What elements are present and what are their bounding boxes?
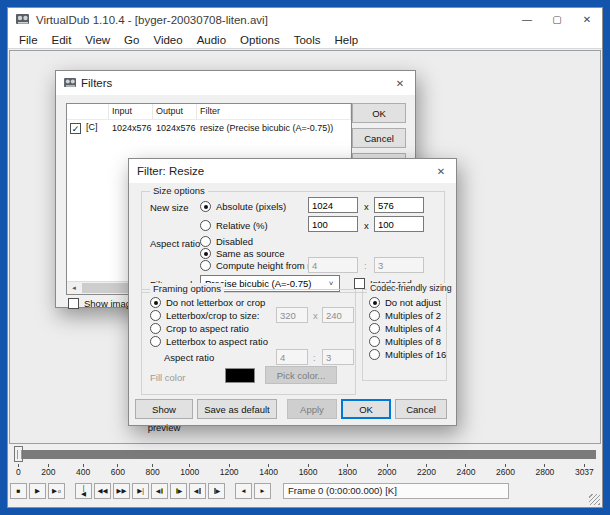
framing-none-option: Do not letterbox or crop xyxy=(150,297,265,308)
resize-close-icon[interactable]: ✕ xyxy=(426,159,456,183)
go-end-button[interactable]: ▶| xyxy=(132,483,149,499)
mark-in-button[interactable]: ◄ xyxy=(235,483,252,499)
timeline-ruler: 0 200 400 600 800 1000 1200 1400 1600 18… xyxy=(16,464,594,479)
close-icon[interactable]: ✕ xyxy=(572,8,602,31)
aspect-disabled-radio[interactable] xyxy=(200,236,211,247)
filters-dialog-title: Filters xyxy=(81,77,112,89)
play-output-sub: o xyxy=(58,489,61,494)
codec-mult16-option: Multiples of 16 xyxy=(369,349,446,360)
codec-mult4-option: Multiples of 4 xyxy=(369,323,441,334)
frame-forward-button[interactable]: ▶▶ xyxy=(113,483,130,499)
aspect-disabled-label: Disabled xyxy=(216,236,253,247)
ruler-tick: 1200 xyxy=(220,464,239,479)
slider-thumb[interactable] xyxy=(14,446,23,462)
resize-ok-button[interactable]: OK xyxy=(341,399,391,419)
framing-aspect-label: Aspect ratio xyxy=(164,352,214,363)
minimize-icon[interactable]: — xyxy=(512,8,542,31)
codec-no-adjust-option: Do not adjust xyxy=(369,297,441,308)
title-bar: VirtualDub 1.10.4 - [byger-20030708-lite… xyxy=(8,8,602,31)
codec-mult2-radio[interactable] xyxy=(369,310,380,321)
menu-view[interactable]: View xyxy=(78,34,117,46)
resize-grip[interactable] xyxy=(589,494,600,505)
resize-cancel-button[interactable]: Cancel xyxy=(395,399,447,419)
filter-input-size: 1024x576 xyxy=(109,123,153,133)
aspect-same-radio[interactable] xyxy=(200,248,211,259)
aspect-compute-radio[interactable] xyxy=(200,260,211,271)
prev-keyframe-button[interactable]: ◀ xyxy=(151,483,168,499)
interlaced-checkbox[interactable] xyxy=(354,278,365,289)
framing-none-radio[interactable] xyxy=(150,297,161,308)
filter-enabled-checkbox[interactable]: ✓ xyxy=(70,123,81,134)
percent-x-separator: x xyxy=(364,220,369,231)
menu-tools[interactable]: Tools xyxy=(287,34,328,46)
play-output-button[interactable]: ▶o xyxy=(48,483,65,499)
width-pixels-input[interactable] xyxy=(308,197,358,213)
framing-letterbox-aspect-radio[interactable] xyxy=(150,336,161,347)
next-keyframe-arrow-icon: ▶ xyxy=(178,488,183,494)
filter-row[interactable]: ✓[C] 1024x576 1024x576 resize (Precise b… xyxy=(67,120,351,136)
maximize-icon[interactable]: ▢ xyxy=(542,8,572,31)
height-percent-input[interactable] xyxy=(374,216,424,232)
aspect-disabled-option: Disabled xyxy=(200,236,253,247)
new-size-label: New size xyxy=(150,202,189,213)
column-input[interactable]: Input xyxy=(109,104,153,119)
menu-go[interactable]: Go xyxy=(117,34,146,46)
show-preview-button[interactable]: Show preview xyxy=(135,399,193,419)
codec-mult8-option: Multiples of 8 xyxy=(369,336,441,347)
framing-letterbox-size-label: Letterbox/crop to size: xyxy=(166,310,259,321)
menu-edit[interactable]: Edit xyxy=(45,34,79,46)
frame-back-button[interactable]: ◀◀ xyxy=(94,483,111,499)
next-scene-button[interactable]: ▶ xyxy=(208,483,225,499)
ruler-tick: 2400 xyxy=(457,464,476,479)
ruler-tick: 1000 xyxy=(180,464,199,479)
framing-letterbox-size-radio[interactable] xyxy=(150,310,161,321)
codec-no-adjust-radio[interactable] xyxy=(369,297,380,308)
play-input-button[interactable]: ▶ xyxy=(29,483,46,499)
codec-mult8-radio[interactable] xyxy=(369,336,380,347)
framing-crop-aspect-radio[interactable] xyxy=(150,323,161,334)
codec-no-adjust-label: Do not adjust xyxy=(385,297,441,308)
scroll-left-icon[interactable]: ◄ xyxy=(67,282,81,294)
menu-bar: File Edit View Go Video Audio Options To… xyxy=(8,31,602,49)
column-filter[interactable]: Filter xyxy=(197,104,351,119)
save-as-default-button[interactable]: Save as default xyxy=(197,399,277,419)
codec-mult2-label: Multiples of 2 xyxy=(385,310,441,321)
ruler-tick: 1600 xyxy=(299,464,318,479)
ruler-tick: 2000 xyxy=(378,464,397,479)
menu-video[interactable]: Video xyxy=(146,34,189,46)
menu-file[interactable]: File xyxy=(12,34,45,46)
filters-cancel-button[interactable]: Cancel xyxy=(352,128,406,148)
show-image-formats-checkbox[interactable] xyxy=(68,298,79,309)
relative-percent-radio[interactable] xyxy=(200,220,211,231)
menu-audio[interactable]: Audio xyxy=(190,34,233,46)
filters-ok-button[interactable]: OK xyxy=(352,103,406,123)
prev-scene-button[interactable]: ◀ xyxy=(189,483,206,499)
filters-close-icon[interactable]: ✕ xyxy=(385,71,415,95)
letterbox-height-input xyxy=(322,307,354,323)
stop-button[interactable]: ■ xyxy=(10,483,27,499)
column-output[interactable]: Output xyxy=(153,104,197,119)
aspect-same-option: Same as source xyxy=(200,248,285,259)
codec-mult16-radio[interactable] xyxy=(369,349,380,360)
width-percent-input[interactable] xyxy=(308,216,358,232)
resize-filter-dialog: Filter: Resize ✕ Size options New size A… xyxy=(128,158,457,426)
menu-help[interactable]: Help xyxy=(328,34,366,46)
relative-percent-option: Relative (%) xyxy=(200,220,268,231)
mark-out-button[interactable]: ► xyxy=(254,483,271,499)
size-options-legend: Size options xyxy=(150,185,208,196)
menu-options[interactable]: Options xyxy=(233,34,287,46)
height-pixels-input[interactable] xyxy=(374,197,424,213)
go-start-button[interactable]: |◀ xyxy=(75,483,92,499)
size-x-separator: x xyxy=(364,201,369,212)
framing-crop-aspect-option: Crop to aspect ratio xyxy=(150,323,249,334)
framing-letterbox-aspect-label: Letterbox to aspect ratio xyxy=(166,336,268,347)
ruler-tick: 200 xyxy=(41,464,55,479)
ruler-tick: 2800 xyxy=(535,464,554,479)
slider-track[interactable] xyxy=(23,450,596,459)
codec-sizing-legend: Codec-friendly sizing xyxy=(367,283,455,293)
absolute-pixels-radio[interactable] xyxy=(200,201,211,212)
keyframe-icon xyxy=(161,488,163,494)
codec-mult4-radio[interactable] xyxy=(369,323,380,334)
absolute-pixels-option: Absolute (pixels) xyxy=(200,201,286,212)
next-keyframe-button[interactable]: ▶ xyxy=(170,483,187,499)
